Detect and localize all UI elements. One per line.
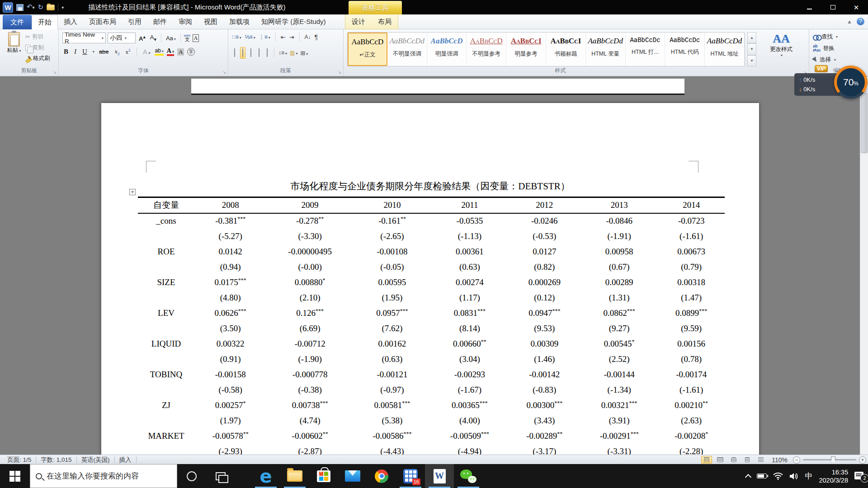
tstat-cell[interactable]: (0.63) [354, 352, 431, 367]
align-left-icon[interactable] [232, 47, 237, 59]
styles-scroll-up-icon[interactable]: ▲ [747, 32, 756, 43]
tstat-cell[interactable]: (3.43) [509, 413, 580, 428]
empty-cell[interactable] [138, 259, 194, 275]
taskbar-explorer[interactable] [280, 464, 309, 488]
justify-icon[interactable] [256, 47, 262, 59]
tstat-cell[interactable]: (9.59) [658, 321, 725, 336]
tstat-cell[interactable]: (-0.00) [266, 259, 353, 275]
coefficient-cell[interactable]: 0.00289 [580, 275, 658, 290]
coefficient-cell[interactable]: 0.00581*** [354, 398, 431, 413]
zoom-slider-thumb[interactable] [831, 456, 835, 463]
tstat-cell[interactable]: (-1.61) [658, 382, 725, 398]
zoom-in-icon[interactable]: + [859, 456, 866, 464]
copy-button[interactable]: 复制 [25, 44, 50, 52]
empty-cell[interactable] [138, 290, 194, 305]
coefficient-cell[interactable]: -0.00586*** [354, 428, 431, 444]
variable-name[interactable]: ROE [138, 244, 194, 259]
battery-icon[interactable] [757, 474, 767, 479]
tstat-cell[interactable]: (4.00) [431, 413, 508, 428]
taskbar-word[interactable]: W [425, 464, 454, 488]
zoom-out-icon[interactable]: − [793, 456, 800, 464]
tstat-cell[interactable]: (9.53) [509, 321, 580, 336]
insert-mode-indicator[interactable]: 插入 [115, 456, 136, 464]
tab-insert[interactable]: 插入 [58, 14, 83, 29]
align-right-icon[interactable] [248, 47, 254, 59]
coefficient-cell[interactable]: 0.00545* [580, 336, 658, 352]
tstat-cell[interactable]: (-2.87) [266, 444, 353, 455]
coefficient-cell[interactable]: -0.0846 [580, 213, 658, 229]
coefficient-cell[interactable]: 0.0862*** [580, 305, 658, 321]
coefficient-cell[interactable]: 0.00318 [658, 275, 725, 290]
tstat-cell[interactable]: (-0.53) [509, 229, 580, 244]
column-header[interactable]: 2008 [194, 197, 266, 213]
task-view-button[interactable] [206, 464, 235, 488]
taskbar-grid-app[interactable]: 16 [396, 464, 425, 488]
clock[interactable]: 16:35 2020/3/28 [819, 468, 848, 484]
tstat-cell[interactable]: (-1.61) [658, 229, 725, 244]
tstat-cell[interactable]: (-3.17) [509, 444, 580, 455]
coefficient-cell[interactable]: -0.00293 [431, 367, 508, 382]
coefficient-cell[interactable]: -0.00208* [658, 428, 725, 444]
open-icon[interactable] [47, 5, 55, 10]
tstat-cell[interactable]: (-1.91) [580, 229, 658, 244]
tstat-cell[interactable]: (2.10) [266, 290, 353, 305]
tstat-cell[interactable]: (-1.34) [580, 382, 658, 398]
superscript-button[interactable]: x2 [124, 47, 132, 56]
coefficient-cell[interactable]: 0.00300*** [509, 398, 580, 413]
tstat-cell[interactable]: (4.74) [266, 413, 353, 428]
tab-page-layout[interactable]: 页面布局 [83, 14, 122, 29]
phonetic-guide-button[interactable]: wén文 [184, 34, 191, 42]
style-item-1[interactable]: AaBbCcD↵正文 [348, 33, 387, 66]
font-color-button[interactable]: A▾ [167, 47, 174, 56]
tab-addins[interactable]: 加载项 [223, 14, 255, 29]
zoom-slider[interactable] [803, 459, 856, 460]
font-size-combo[interactable]: 小四▾ [108, 33, 136, 43]
style-item-3[interactable]: AaBbCcD明显强调 [427, 33, 467, 66]
coefficient-cell[interactable]: -0.0723 [658, 213, 725, 229]
maximize-button[interactable] [821, 0, 844, 14]
subscript-button[interactable]: x2 [113, 47, 121, 57]
replace-button[interactable]: ab⇄ac 替换 [813, 44, 838, 52]
tab-table-layout[interactable]: 布局 [372, 14, 398, 29]
tstat-cell[interactable]: (-0.38) [266, 382, 353, 398]
vertical-scrollbar[interactable]: ▭ ▲ [860, 76, 868, 455]
style-item-10[interactable]: AaBbCcDdHTML 地址 [705, 33, 745, 66]
style-item-7[interactable]: AaBbCcDdHTML 变量 [586, 33, 626, 66]
action-center-button[interactable]: 2 [854, 472, 865, 481]
coefficient-cell[interactable]: -0.00289** [509, 428, 580, 444]
tab-table-design[interactable]: 设计 [345, 14, 372, 29]
coefficient-cell[interactable]: 0.0626*** [194, 305, 266, 321]
tstat-cell[interactable]: (-0.97) [354, 382, 431, 398]
coefficient-cell[interactable]: 0.0899*** [658, 305, 725, 321]
tab-cnki[interactable]: 知网研学 (原E-Study) [255, 14, 332, 29]
align-center-icon[interactable] [240, 47, 245, 59]
coefficient-cell[interactable]: -0.000778 [266, 367, 353, 382]
tstat-cell[interactable]: (-2.93) [194, 444, 266, 455]
tab-references[interactable]: 引用 [122, 14, 147, 29]
coefficient-cell[interactable]: 0.126*** [266, 305, 353, 321]
variable-name[interactable]: TOBINQ [138, 367, 194, 382]
multilevel-list-icon[interactable]: ⋮≡▾ [259, 34, 270, 40]
tstat-cell[interactable]: (1.31) [580, 290, 658, 305]
distribute-icon[interactable] [264, 47, 270, 59]
tstat-cell[interactable]: (2.63) [658, 413, 725, 428]
enclose-characters-button[interactable]: 字 [187, 48, 195, 56]
coefficient-cell[interactable]: 0.00257* [194, 398, 266, 413]
tstat-cell[interactable]: (-0.83) [509, 382, 580, 398]
coefficient-cell[interactable]: -0.00578** [194, 428, 266, 444]
tab-view[interactable]: 视图 [198, 14, 223, 29]
bold-button[interactable]: B [62, 47, 70, 56]
coefficient-cell[interactable]: -0.381*** [194, 213, 266, 229]
style-item-5[interactable]: AaBbCcI明显参考 [506, 33, 546, 66]
tstat-cell[interactable]: (-1.67) [431, 382, 508, 398]
tab-file[interactable]: 文件 [3, 15, 32, 29]
coefficient-cell[interactable]: 0.0127 [509, 244, 580, 259]
coefficient-cell[interactable]: 0.0831*** [431, 305, 508, 321]
coefficient-cell[interactable]: -0.00108 [354, 244, 431, 259]
tstat-cell[interactable]: (-4.43) [354, 444, 431, 455]
tstat-cell[interactable]: (3.91) [580, 413, 658, 428]
tstat-cell[interactable]: (-2.28) [658, 444, 725, 455]
highlight-button[interactable]: ab▾ [155, 48, 163, 56]
net-speed-widget[interactable]: VIP ↑ 0K/s ↓ 0K/s 70% [794, 65, 868, 103]
tstat-cell[interactable]: (-0.58) [194, 382, 266, 398]
